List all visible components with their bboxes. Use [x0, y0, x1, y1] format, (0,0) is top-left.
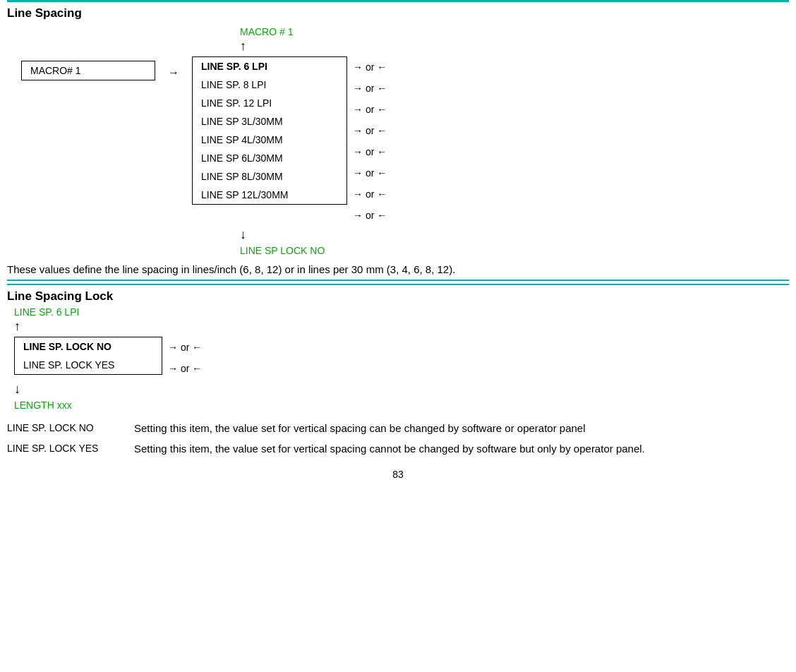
line-spacing-diagram: MACRO # 1 ↑ MACRO# 1 → LINE SP. 6 LPI LI…	[21, 26, 789, 256]
menu-item-1: LINE SP. 8 LPI	[193, 76, 346, 94]
bottom-green-label-1: LINE SP LOCK NO	[240, 245, 789, 256]
arrow-up-1: ↑	[240, 39, 789, 54]
lock-green-top: LINE SP. 6 LPI	[14, 306, 789, 318]
lock-or-col: → or ← → or ←	[168, 337, 202, 379]
menu-item-2: LINE SP. 12 LPI	[193, 94, 346, 112]
or-arrow-7: → or ←	[353, 205, 387, 226]
lock-arrow-up: ↑	[14, 319, 789, 334]
lock-menu-item-1: LINE SP. LOCK YES	[15, 356, 162, 374]
page-number: 83	[7, 469, 789, 487]
menu-item-6: LINE SP 8L/30MM	[193, 167, 346, 186]
or-arrow-1: → or ←	[353, 78, 387, 99]
or-arrow-6: → or ←	[353, 184, 387, 205]
desc-row-1: LINE SP. LOCK YES Setting this item, the…	[7, 443, 789, 455]
page-container: Line Spacing MACRO # 1 ↑ MACRO# 1 → LINE…	[0, 0, 796, 501]
lock-arrow-down: ↓	[14, 382, 789, 397]
macro-label-green: MACRO # 1	[240, 26, 789, 37]
or-arrow-4: → or ←	[353, 141, 387, 162]
lock-menu-item-0: LINE SP. LOCK NO	[15, 337, 162, 356]
or-arrow-2: → or ←	[353, 99, 387, 120]
arrow-down-1: ↓	[240, 227, 789, 242]
top-border	[7, 0, 789, 2]
or-arrows-col: → or ← → or ← → or ← → or ← → or ← → or …	[353, 56, 387, 226]
desc-label-0: LINE SP. LOCK NO	[7, 422, 134, 433]
desc-text-0: Setting this item, the value set for ver…	[134, 422, 789, 434]
or-arrow-0: → or ←	[353, 56, 387, 78]
lock-menu-box: LINE SP. LOCK NO LINE SP. LOCK YES	[14, 337, 162, 375]
line-spacing-lock-section: Line Spacing Lock LINE SP. 6 LPI ↑ LINE …	[7, 284, 789, 455]
lock-diagram: LINE SP. 6 LPI ↑ LINE SP. LOCK NO LINE S…	[14, 306, 789, 411]
line-spacing-section: Line Spacing MACRO # 1 ↑ MACRO# 1 → LINE…	[7, 4, 789, 281]
lock-or-0: → or ←	[168, 337, 202, 358]
menu-item-5: LINE SP 6L/30MM	[193, 149, 346, 167]
descriptions-table: LINE SP. LOCK NO Setting this item, the …	[7, 422, 789, 455]
macro-box: MACRO# 1	[21, 61, 155, 80]
or-arrow-5: → or ←	[353, 162, 387, 184]
section-border-2	[7, 284, 789, 285]
menu-box: LINE SP. 6 LPI LINE SP. 8 LPI LINE SP. 1…	[192, 56, 347, 205]
menu-item-4: LINE SP 4L/30MM	[193, 131, 346, 149]
line-spacing-lock-heading: Line Spacing Lock	[7, 287, 789, 306]
line-spacing-description: These values define the line spacing in …	[7, 263, 789, 281]
desc-text-1: Setting this item, the value set for ver…	[134, 443, 789, 455]
menu-item-7: LINE SP 12L/30MM	[193, 186, 346, 204]
lock-or-1: → or ←	[168, 358, 202, 379]
desc-row-0: LINE SP. LOCK NO Setting this item, the …	[7, 422, 789, 434]
menu-item-0: LINE SP. 6 LPI	[193, 57, 346, 76]
or-arrow-3: → or ←	[353, 120, 387, 141]
macro-box-wrapper: MACRO# 1 →	[21, 61, 192, 80]
desc-label-1: LINE SP. LOCK YES	[7, 443, 134, 454]
line-spacing-heading: Line Spacing	[7, 4, 789, 26]
lock-menu-row: LINE SP. LOCK NO LINE SP. LOCK YES → or …	[14, 337, 789, 379]
lock-green-bottom: LENGTH xxx	[14, 400, 789, 411]
diagram-main-row: MACRO# 1 → LINE SP. 6 LPI LINE SP. 8 LPI…	[21, 56, 789, 226]
arrow-right-1: →	[168, 66, 179, 79]
menu-item-3: LINE SP 3L/30MM	[193, 112, 346, 131]
